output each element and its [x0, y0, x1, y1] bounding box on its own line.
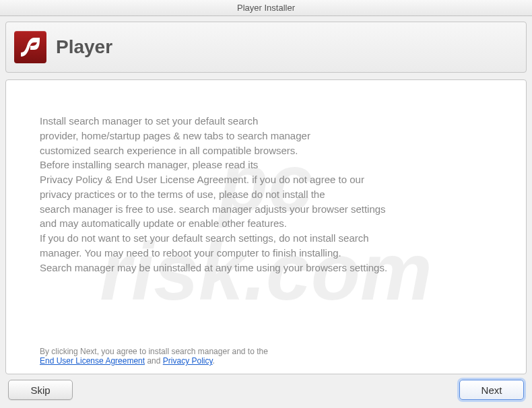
next-button[interactable]: Next [459, 380, 524, 400]
agreement-footer: By clicking Next, you agree to install s… [40, 347, 492, 366]
privacy-policy-link[interactable]: Privacy Policy [163, 356, 213, 366]
installer-description: Install search manager to set your defau… [40, 114, 492, 275]
window-titlebar: Player Installer [0, 0, 532, 16]
window-body: Player pc risk.com Install search manage… [0, 16, 532, 408]
eula-link[interactable]: End User License Agreement [40, 356, 145, 366]
app-name: Player [56, 36, 112, 58]
footer-and: and [145, 356, 163, 366]
footer-prefix: By clicking Next, you agree to install s… [40, 347, 268, 356]
window-title: Player Installer [237, 3, 295, 13]
content-panel: pc risk.com Install search manager to se… [5, 79, 527, 374]
button-row: Skip Next [5, 374, 527, 403]
header-panel: Player [5, 22, 527, 73]
flash-player-icon [14, 31, 46, 63]
skip-button[interactable]: Skip [8, 380, 73, 400]
